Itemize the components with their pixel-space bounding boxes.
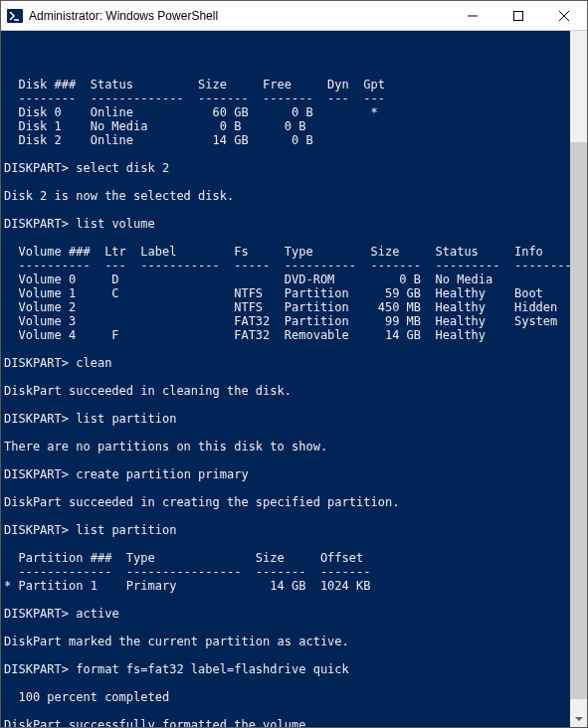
cmd-create: create partition primary	[69, 467, 249, 481]
resp-format-progress: 100 percent completed	[4, 690, 169, 704]
scroll-thumb[interactable]	[570, 142, 587, 699]
part-row: * Partition 1 Primary 14 GB 1024 KB	[4, 579, 370, 593]
cmd-format: format fs=fat32 label=flashdrive quick	[69, 662, 349, 676]
resp-create: DiskPart succeeded in creating the speci…	[4, 495, 399, 509]
cmd-clean: clean	[69, 356, 111, 370]
scrollbar[interactable]	[570, 31, 587, 727]
prompt: DISKPART>	[4, 467, 69, 481]
cmd-list-part: list partition	[69, 412, 176, 426]
cmd-active: active	[69, 607, 119, 621]
cmd-list-volume: list volume	[69, 217, 155, 231]
vol-row: Volume 2 NTFS Partition 450 MB Healthy H…	[4, 300, 557, 314]
vol-row: Volume 0 D DVD-ROM 0 B No Media	[4, 273, 492, 286]
window-controls	[450, 1, 587, 31]
window-frame: Administrator: Windows PowerShell Disk #…	[0, 0, 588, 728]
prompt: DISKPART>	[4, 356, 69, 370]
disk-header: Disk ### Status Size Free Dyn Gpt	[4, 78, 385, 91]
prompt: DISKPART>	[4, 161, 69, 175]
vol-divider: ---------- --- ----------- ----- -------…	[4, 259, 572, 273]
svg-rect-3	[514, 11, 523, 20]
part-header: Partition ### Type Size Offset	[4, 551, 363, 565]
maximize-button[interactable]	[495, 1, 541, 31]
prompt: DISKPART>	[4, 412, 69, 426]
resp-list-part: There are no partitions on this disk to …	[4, 440, 327, 454]
disk-row: Disk 0 Online 60 GB 0 B *	[4, 105, 378, 119]
terminal-content: Disk ### Status Size Free Dyn Gpt ------…	[4, 64, 567, 727]
prompt: DISKPART>	[4, 607, 69, 621]
vol-row: Volume 1 C NTFS Partition 59 GB Healthy …	[4, 286, 543, 300]
cmd-list-part: list partition	[69, 523, 176, 537]
part-divider: ------------- ---------------- ------- -…	[4, 565, 370, 579]
vol-header: Volume ### Ltr Label Fs Type Size Status…	[4, 245, 543, 259]
scroll-down-arrow[interactable]	[570, 710, 587, 727]
terminal-area[interactable]: Disk ### Status Size Free Dyn Gpt ------…	[1, 31, 587, 727]
scroll-track[interactable]	[570, 48, 587, 710]
minimize-button[interactable]	[450, 1, 495, 31]
resp-select: Disk 2 is now the selected disk.	[4, 189, 234, 203]
disk-row: Disk 2 Online 14 GB 0 B	[4, 133, 313, 147]
powershell-icon	[7, 8, 23, 24]
close-button[interactable]	[541, 1, 587, 31]
resp-active: DiskPart marked the current partition as…	[4, 635, 349, 648]
prompt: DISKPART>	[4, 523, 69, 537]
vol-row: Volume 3 FAT32 Partition 99 MB Healthy S…	[4, 314, 557, 328]
resp-clean: DiskPart succeeded in cleaning the disk.	[4, 384, 292, 398]
prompt: DISKPART>	[4, 217, 69, 231]
resp-format-done: DiskPart successfully formatted the volu…	[4, 718, 313, 727]
titlebar[interactable]: Administrator: Windows PowerShell	[1, 1, 587, 31]
disk-row: Disk 1 No Media 0 B 0 B	[4, 119, 305, 133]
vol-row: Volume 4 F FAT32 Removable 14 GB Healthy	[4, 328, 486, 342]
window-title: Administrator: Windows PowerShell	[29, 9, 450, 23]
cmd-select: select disk 2	[69, 161, 169, 175]
prompt: DISKPART>	[4, 662, 69, 676]
disk-divider: -------- ------------- ------- ------- -…	[4, 91, 385, 105]
